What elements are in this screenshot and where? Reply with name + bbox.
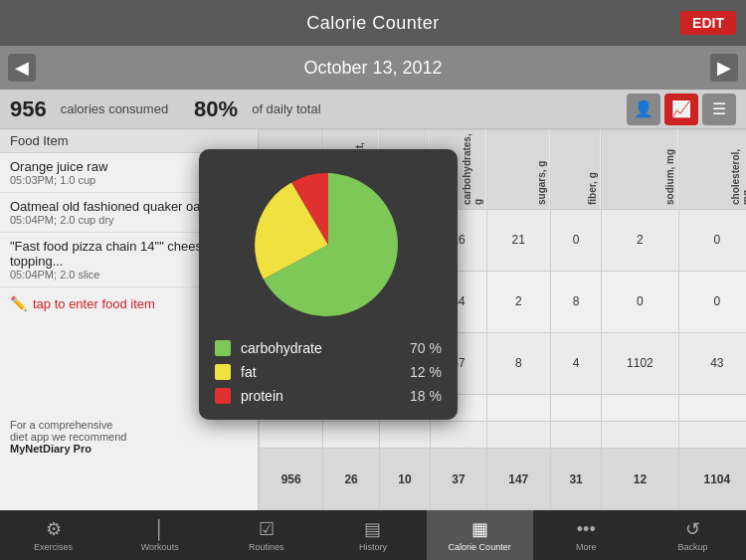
protein-pct: 18 %: [410, 388, 442, 404]
backup-label: Backup: [677, 542, 707, 552]
history-icon: ▤: [364, 518, 381, 540]
fat-pct: 12 %: [410, 364, 442, 380]
person-view-button[interactable]: 👤: [627, 93, 660, 125]
calorie-counter-label: Calorie Counter: [449, 542, 511, 552]
app-title: Calorie Counter: [306, 13, 440, 34]
history-label: History: [359, 542, 387, 552]
nav-item-more[interactable]: ••• More: [533, 510, 640, 560]
fat-swatch: [215, 364, 231, 380]
top-header: Calorie Counter EDIT: [0, 0, 746, 46]
table-row: [260, 421, 747, 448]
carbohydrate-pct: 70 %: [410, 340, 442, 356]
main-content: Food Item Orange juice raw 05:03PM; 1.0 …: [0, 129, 746, 510]
carbohydrate-label: carbohydrate: [241, 340, 400, 356]
bottom-navigation: ⚙ Exercises │ Workouts ☑ Routines ▤ Hist…: [0, 510, 746, 560]
current-date: October 13, 2012: [303, 58, 442, 79]
nav-item-history[interactable]: ▤ History: [319, 510, 426, 560]
promo-line2: diet app we recommend: [10, 431, 126, 443]
fat-label: fat: [241, 364, 400, 380]
routines-label: Routines: [249, 542, 284, 552]
list-view-button[interactable]: ☰: [702, 93, 736, 125]
backup-icon: ↺: [685, 518, 700, 540]
carbohydrate-swatch: [215, 340, 231, 356]
calorie-counter-icon: ▦: [471, 518, 488, 540]
exercises-icon: ⚙: [46, 518, 62, 540]
calories-label: calories consumed: [61, 101, 168, 116]
exercises-label: Exercises: [34, 542, 73, 552]
workouts-label: Workouts: [141, 542, 179, 552]
calories-count: 956: [10, 96, 47, 122]
pie-chart-svg: [249, 165, 408, 324]
pencil-icon: ✏️: [10, 295, 27, 311]
prev-date-button[interactable]: ◀: [8, 54, 36, 82]
workouts-icon: │: [154, 519, 165, 540]
nav-item-routines[interactable]: ☑ Routines: [213, 510, 319, 560]
legend-item-carbohydrate: carbohydrate 70 %: [215, 340, 442, 356]
pie-chart-container: [215, 165, 442, 324]
next-date-button[interactable]: ▶: [710, 54, 738, 82]
edit-button[interactable]: EDIT: [680, 11, 736, 35]
promo-section: For a comprehensive diet app we recommen…: [0, 413, 257, 461]
col-header-cholesterol: cholesterol, mg: [678, 130, 746, 210]
percent-value: 80%: [194, 96, 238, 122]
stats-icon-group: 👤 📈 ☰: [627, 93, 736, 125]
percent-label: of daily total: [252, 101, 320, 116]
nav-item-backup[interactable]: ↺ Backup: [640, 510, 746, 560]
totals-row: 95626103714731121104: [260, 449, 747, 510]
promo-link[interactable]: MyNetDiary Pro: [10, 443, 92, 455]
promo-line1: For a comprehensive: [10, 419, 112, 431]
legend-item-protein: protein 18 %: [215, 388, 442, 404]
protein-label: protein: [241, 388, 400, 404]
stats-bar: 956 calories consumed 80% of daily total…: [0, 90, 746, 129]
nav-item-calorie-counter[interactable]: ▦ Calorie Counter: [427, 510, 533, 560]
more-icon: •••: [577, 519, 596, 540]
col-header-sugars: sugars, g: [486, 130, 550, 210]
nav-item-exercises[interactable]: ⚙ Exercises: [0, 510, 106, 560]
date-navigation: ◀ October 13, 2012 ▶: [0, 46, 746, 90]
nav-item-workouts[interactable]: │ Workouts: [106, 510, 213, 560]
tap-to-enter-label: tap to enter food item: [33, 296, 155, 311]
col-header-sodium: sodium, mg: [602, 130, 678, 210]
legend-item-fat: fat 12 %: [215, 364, 442, 380]
protein-swatch: [215, 388, 231, 404]
col-header-fiber: fiber, g: [550, 130, 601, 210]
routines-icon: ☑: [259, 518, 275, 540]
pie-legend: carbohydrate 70 % fat 12 % protein 18 %: [215, 340, 442, 404]
pie-chart-popup: carbohydrate 70 % fat 12 % protein 18 %: [199, 149, 458, 420]
chart-view-button[interactable]: 📈: [664, 93, 698, 125]
more-label: More: [576, 542, 597, 552]
